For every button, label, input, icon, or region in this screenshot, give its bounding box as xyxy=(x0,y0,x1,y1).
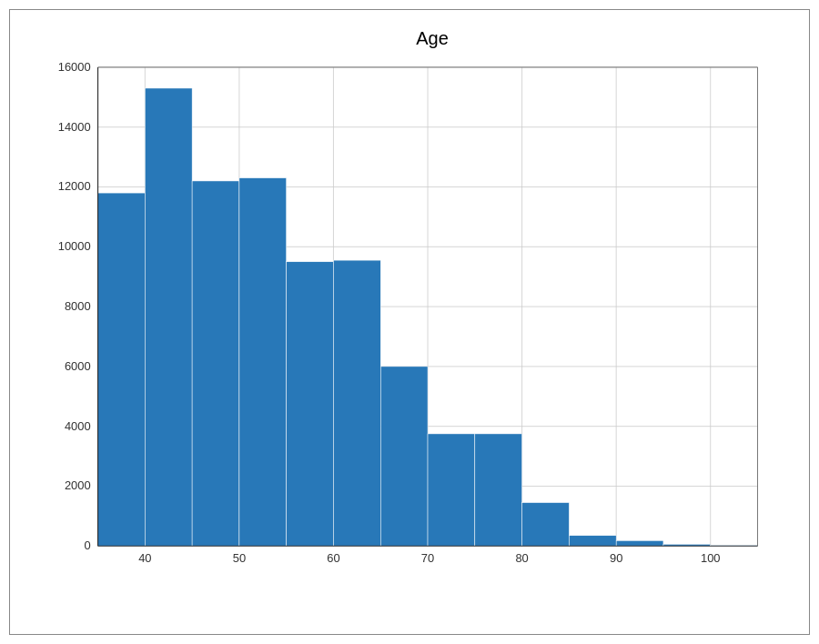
svg-rect-25 xyxy=(522,503,570,547)
svg-text:40: 40 xyxy=(138,551,151,565)
svg-text:2000: 2000 xyxy=(65,478,91,492)
chart-area: 4050607080901000200040006000800010000120… xyxy=(74,58,791,582)
svg-text:16000: 16000 xyxy=(58,60,91,74)
histogram-svg: 4050607080901000200040006000800010000120… xyxy=(74,58,791,582)
svg-text:6000: 6000 xyxy=(65,359,91,373)
svg-text:60: 60 xyxy=(327,551,339,565)
svg-rect-24 xyxy=(475,434,522,546)
svg-rect-16 xyxy=(98,193,146,546)
svg-rect-27 xyxy=(616,540,663,546)
svg-rect-21 xyxy=(333,260,380,546)
svg-text:90: 90 xyxy=(610,551,622,565)
svg-rect-26 xyxy=(569,536,616,547)
svg-text:100: 100 xyxy=(701,551,721,565)
svg-rect-18 xyxy=(192,181,239,546)
svg-rect-20 xyxy=(287,262,334,547)
svg-text:10000: 10000 xyxy=(58,239,91,253)
svg-rect-19 xyxy=(239,178,287,547)
svg-text:4000: 4000 xyxy=(65,419,91,433)
svg-text:0: 0 xyxy=(84,538,90,552)
chart-title: Age xyxy=(74,28,791,49)
chart-container: Age 405060708090100020004000600080001000… xyxy=(9,9,810,635)
svg-text:14000: 14000 xyxy=(58,120,91,134)
svg-text:80: 80 xyxy=(515,551,528,565)
svg-text:70: 70 xyxy=(421,551,434,565)
svg-rect-22 xyxy=(380,367,428,546)
svg-text:12000: 12000 xyxy=(58,179,91,193)
svg-rect-17 xyxy=(145,88,192,546)
svg-text:50: 50 xyxy=(233,551,246,565)
svg-rect-23 xyxy=(428,434,475,546)
svg-text:8000: 8000 xyxy=(65,299,91,313)
